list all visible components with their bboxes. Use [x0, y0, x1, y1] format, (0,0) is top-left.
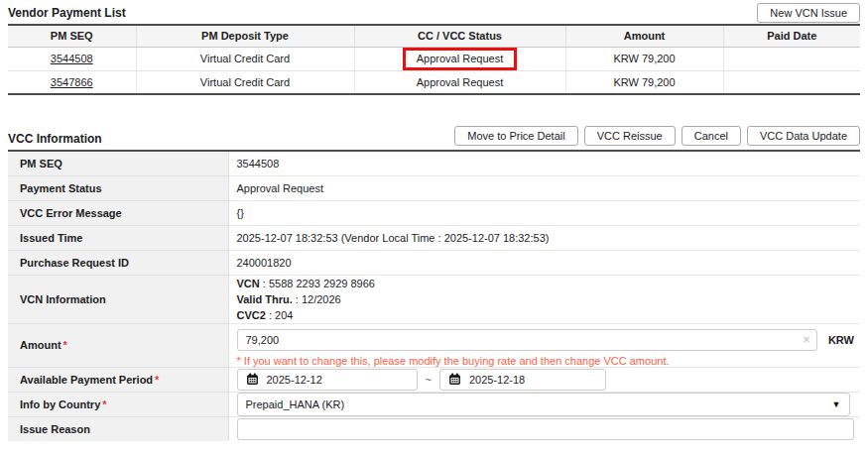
field-label-purchase-request-id: Purchase Request ID [8, 250, 228, 275]
field-value-payment-period: 2025-12-12 ~ 2025-12-18 [228, 367, 860, 392]
list-section-header: Vendor Payment List New VCN Issue [8, 0, 860, 24]
vcc-reissue-button[interactable]: VCC Reissue [584, 126, 676, 146]
table-row: 3547866 Virtual Credit Card Approval Req… [8, 70, 860, 94]
info-by-country-select[interactable]: Prepaid_HANA (KR) ▼ [237, 393, 850, 416]
column-header-deposit-type: PM Deposit Type [136, 25, 354, 47]
amount-input-box: × [237, 329, 817, 351]
form-row-issued-time: Issued Time 2025-12-07 18:32:53 (Vendor … [8, 225, 860, 250]
period-end-date-input[interactable]: 2025-12-18 [439, 369, 606, 391]
vcc-section-header: VCC Information Move to Price Detail VCC… [8, 124, 860, 150]
status-cell: Approval Request [354, 70, 565, 94]
vcc-data-update-button[interactable]: VCC Data Update [747, 126, 860, 146]
chevron-down-icon: ▼ [832, 399, 841, 409]
new-vcn-issue-button[interactable]: New VCN Issue [757, 3, 860, 23]
field-label-amount: Amount* [8, 323, 228, 367]
form-row-vcc-error: VCC Error Message {} [8, 200, 860, 225]
form-row-vcn-information: VCN Information VCN : 5588 2293 2929 896… [8, 275, 860, 323]
field-label-info-by-country: Info by Country* [8, 392, 228, 416]
column-header-amount: Amount [565, 25, 723, 47]
move-to-price-detail-button[interactable]: Move to Price Detail [454, 126, 577, 146]
form-row-issue-reason: Issue Reason [8, 416, 860, 441]
field-label-pm-seq: PM SEQ [8, 151, 228, 175]
field-value-amount: × KRW * If you want to change this, plea… [228, 323, 860, 367]
amount-cell: KRW 79,200 [565, 70, 723, 94]
field-value-purchase-request-id: 240001820 [228, 250, 860, 275]
field-label-issue-reason: Issue Reason [8, 416, 228, 441]
pm-seq-cell: 3547866 [8, 70, 136, 94]
column-header-status: CC / VCC Status [354, 25, 565, 47]
vendor-payment-table: PM SEQ PM Deposit Type CC / VCC Status A… [8, 24, 860, 95]
vcc-information-form: PM SEQ 3544508 Payment Status Approval R… [8, 150, 860, 441]
calendar-icon[interactable] [246, 373, 259, 386]
field-label-payment-status: Payment Status [8, 175, 228, 200]
info-by-country-selected-value: Prepaid_HANA (KR) [246, 398, 345, 410]
period-end-date-value: 2025-12-18 [469, 374, 525, 386]
currency-label: KRW [828, 334, 854, 346]
vcc-action-buttons: Move to Price Detail VCC Reissue Cancel … [454, 126, 860, 146]
field-value-pm-seq: 3544508 [228, 151, 860, 175]
page: Vendor Payment List New VCN Issue PM SEQ… [0, 0, 868, 441]
amount-change-note: * If you want to change this, please mod… [237, 355, 855, 367]
status-highlight-box: Approval Request [403, 48, 517, 70]
field-label-issued-time: Issued Time [8, 225, 228, 250]
status-cell: Approval Request [354, 47, 565, 70]
vcc-section-title: VCC Information [8, 132, 102, 146]
field-label-vcc-error: VCC Error Message [8, 200, 228, 225]
table-row: 3544508 Virtual Credit Card Approval Req… [8, 47, 860, 70]
clear-icon[interactable]: × [803, 333, 810, 346]
field-value-issued-time: 2025-12-07 18:32:53 (Vendor Local Time :… [228, 225, 860, 250]
issue-reason-input[interactable] [237, 418, 854, 440]
field-label-vcn-information: VCN Information [8, 275, 228, 323]
form-row-payment-status: Payment Status Approval Request [8, 175, 860, 200]
paid-date-cell [723, 47, 860, 70]
deposit-type-cell: Virtual Credit Card [136, 70, 354, 94]
amount-input-row: × KRW [237, 324, 855, 351]
period-start-date-input[interactable]: 2025-12-12 [237, 369, 418, 391]
field-label-payment-period: Available Payment Period* [8, 367, 228, 392]
pm-seq-link[interactable]: 3544508 [51, 53, 93, 64]
pm-seq-link[interactable]: 3547866 [51, 76, 93, 88]
field-value-info-by-country: Prepaid_HANA (KR) ▼ [228, 392, 860, 416]
form-row-payment-period: Available Payment Period* 2025-12-12 ~ [8, 367, 860, 392]
form-row-purchase-request-id: Purchase Request ID 240001820 [8, 250, 860, 275]
cancel-button[interactable]: Cancel [682, 126, 741, 146]
calendar-icon[interactable] [448, 373, 461, 386]
amount-cell: KRW 79,200 [565, 47, 723, 70]
list-section-title: Vendor Payment List [8, 6, 126, 20]
vcn-cvc2-line: CVC2 : 204 [237, 307, 855, 323]
paid-date-cell [723, 70, 860, 94]
amount-input[interactable] [237, 329, 817, 351]
period-start-date-value: 2025-12-12 [267, 374, 322, 386]
table-header-row: PM SEQ PM Deposit Type CC / VCC Status A… [8, 25, 860, 47]
date-range-separator: ~ [426, 374, 432, 386]
vcn-valid-thru-line: Valid Thru. : 12/2026 [237, 291, 855, 307]
pm-seq-cell: 3544508 [8, 47, 136, 70]
deposit-type-cell: Virtual Credit Card [136, 47, 354, 70]
field-value-vcc-error: {} [228, 200, 860, 225]
field-value-vcn-information: VCN : 5588 2293 2929 8966 Valid Thru. : … [228, 275, 860, 323]
required-asterisk: * [155, 374, 159, 386]
required-asterisk: * [63, 339, 67, 351]
required-asterisk: * [102, 398, 106, 410]
form-row-info-by-country: Info by Country* Prepaid_HANA (KR) ▼ [8, 392, 860, 416]
form-row-amount: Amount* × KRW * If you want to change th… [8, 323, 860, 367]
field-value-payment-status: Approval Request [228, 175, 860, 200]
form-row-pm-seq: PM SEQ 3544508 [8, 151, 860, 175]
field-value-issue-reason [228, 416, 860, 441]
column-header-paid-date: Paid Date [723, 25, 860, 47]
column-header-pm-seq: PM SEQ [8, 25, 136, 47]
date-range-picker: 2025-12-12 ~ 2025-12-18 [237, 369, 855, 391]
vcn-number-line: VCN : 5588 2293 2929 8966 [237, 276, 855, 291]
